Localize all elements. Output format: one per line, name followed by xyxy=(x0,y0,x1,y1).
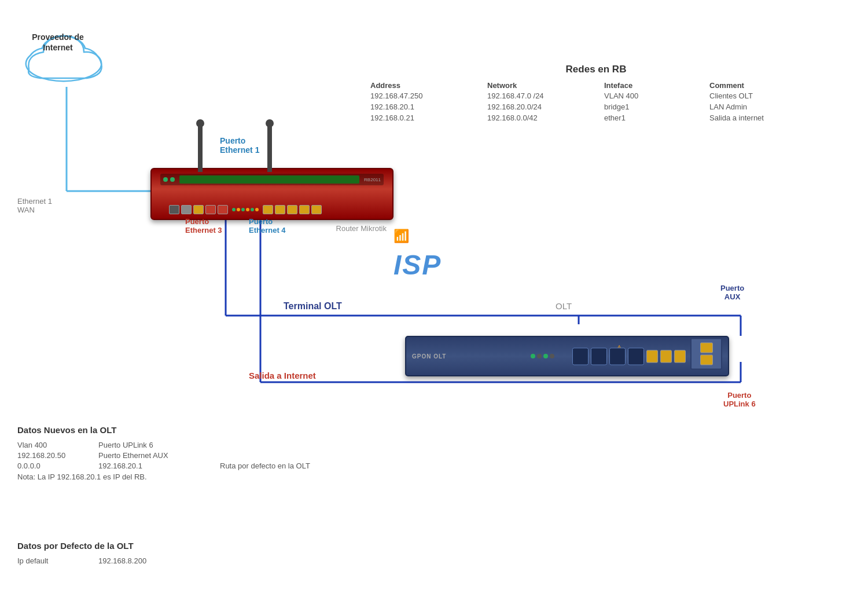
olt-title-label: OLT xyxy=(556,301,572,311)
cell-comment-1: Clientes OLT xyxy=(709,91,825,101)
dn-row2-col3 xyxy=(220,451,310,460)
datos-nuevos-nota: Nota: La IP 192.168.20.1 es IP del RB. xyxy=(17,473,310,481)
olt-rj45-1 xyxy=(646,350,658,362)
datos-defecto-title: Datos por Defecto de la OLT xyxy=(17,541,214,551)
olt-device: GPON OLT ⚠ xyxy=(405,336,729,376)
aux-port-group xyxy=(690,338,722,370)
terminal-olt-label: Terminal OLT xyxy=(284,301,342,312)
cell-comment-3: Salida a internet xyxy=(709,113,825,123)
puerto-aux-label: Puerto AUX xyxy=(720,284,744,301)
isp-label: ISP xyxy=(393,249,442,281)
col-header-comment: Comment xyxy=(709,81,825,90)
cell-addr-2: 192.168.20.1 xyxy=(370,102,486,112)
olt-led-2 xyxy=(537,354,542,358)
datos-defecto-section: Datos por Defecto de la OLT Ip default 1… xyxy=(17,541,214,565)
olt-sfp-1 xyxy=(572,347,589,365)
dd-row1-col2: 192.168.8.200 xyxy=(98,556,214,565)
cell-net-2: 192.168.20.0/24 xyxy=(487,102,603,112)
cloud-label: Proveedor de Internet xyxy=(20,32,95,53)
puerto-uplink-label: Puerto UPLink 6 xyxy=(723,391,756,408)
olt-sfp-2 xyxy=(591,347,607,365)
isp-wifi-icon: 📶 xyxy=(393,229,409,244)
aux-rj45-1 xyxy=(700,343,713,353)
port-ethernet1-label: Puerto Ethernet 1 xyxy=(220,136,259,155)
cell-iface-3: ether1 xyxy=(604,113,708,123)
redes-table: Redes en RB Address Network Inteface Com… xyxy=(370,64,822,123)
olt-sfp-3 xyxy=(609,347,626,365)
antenna-left xyxy=(198,123,203,172)
col-header-address: Address xyxy=(370,81,486,90)
col-header-interface: Inteface xyxy=(604,81,708,90)
router-label: Router Mikrotik xyxy=(336,224,387,233)
redes-title: Redes en RB xyxy=(370,64,822,75)
antenna-right xyxy=(267,123,272,172)
dn-row1-col1: Vlan 400 xyxy=(17,441,93,449)
datos-nuevos-section: Datos Nuevos en la OLT Vlan 400 Puerto U… xyxy=(17,425,310,481)
cell-iface-1: VLAN 400 xyxy=(604,91,708,101)
cell-net-1: 192.168.47.0 /24 xyxy=(487,91,603,101)
olt-rj45-2 xyxy=(660,350,672,362)
cell-addr-1: 192.168.47.250 xyxy=(370,91,486,101)
olt-led-4 xyxy=(550,354,554,358)
dn-row1-col2: Puerto UPLink 6 xyxy=(98,441,214,449)
cell-addr-3: 192.168.0.21 xyxy=(370,113,486,123)
dn-row2-col2: Puerto Ethernet AUX xyxy=(98,451,214,460)
dn-row1-col3 xyxy=(220,441,310,449)
dn-row3-col2: 192.168.20.1 xyxy=(98,462,214,470)
salida-internet-label: Salida a Internet xyxy=(249,371,316,380)
olt-sfp-4 xyxy=(628,347,644,365)
port-ethernet3-label: PuertoEthernet 3 xyxy=(185,217,222,235)
dd-row1-col1: Ip default xyxy=(17,556,93,565)
col-header-network: Network xyxy=(487,81,603,90)
router-mikrotik: RB2011 xyxy=(150,168,393,220)
port-ethernet4-label: PuertoEthernet 4 xyxy=(249,217,286,235)
dn-row2-col1: 192.168.20.50 xyxy=(17,451,93,460)
cell-net-3: 192.168.0.0/42 xyxy=(487,113,603,123)
datos-nuevos-title: Datos Nuevos en la OLT xyxy=(17,425,310,435)
dn-row3-col1: 0.0.0.0 xyxy=(17,462,93,470)
olt-device-label: GPON OLT xyxy=(412,353,446,360)
aux-rj45-2 xyxy=(700,355,713,365)
cell-iface-2: bridge1 xyxy=(604,102,708,112)
olt-led-3 xyxy=(543,354,548,358)
olt-led-1 xyxy=(531,354,535,358)
olt-rj45-3 xyxy=(674,350,686,362)
cell-comment-2: LAN Admin xyxy=(709,102,825,112)
dn-row3-col3: Ruta por defecto en la OLT xyxy=(220,462,310,470)
ethernet-wan-label: Ethernet 1 WAN xyxy=(17,197,52,214)
